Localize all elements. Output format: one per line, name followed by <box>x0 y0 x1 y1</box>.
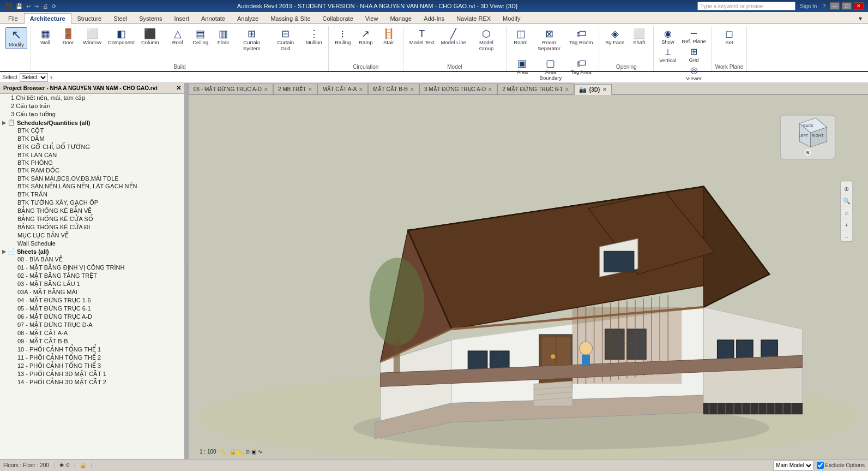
tab-mat-cat-aa[interactable]: MẶT CẮT A-A ✕ <box>317 84 368 94</box>
tab-close-icon[interactable]: ✕ <box>565 87 569 92</box>
exclude-checkbox[interactable] <box>817 462 824 469</box>
mullion-btn[interactable]: ⋮ Mullion <box>303 27 325 47</box>
tab-06-mat-dung[interactable]: 06 - MẶT ĐỨNG TRỤC A-D ✕ <box>189 84 273 94</box>
list-item[interactable]: 04 - MẶT ĐỨNG TRỤC 1-6 <box>0 296 184 305</box>
tab-massing[interactable]: Massing & Site <box>264 13 316 23</box>
list-item[interactable]: 05 - MẶT ĐỨNG TRỤC 6-1 <box>0 305 184 313</box>
list-item[interactable]: 06 - MẶT ĐỨNG TRỤC A-D <box>0 313 184 321</box>
select-dropdown[interactable]: Select Modify Pick <box>20 73 48 82</box>
print-icon[interactable]: 🖨 <box>41 3 49 9</box>
tab-2-mat-dung[interactable]: 2 MẶT ĐỨNG TRỤC 6-1 ✕ <box>497 84 574 94</box>
list-item[interactable]: 10 - PHỐI CẢNH TỔNG THỂ 1 <box>0 345 184 354</box>
list-item[interactable]: MỤC LỤC BẢN VẼ <box>0 231 184 240</box>
tab-systems[interactable]: Systems <box>133 13 168 23</box>
list-item[interactable]: Wall Schedule <box>0 240 184 247</box>
tab-mat-cat-bb[interactable]: MẶT CẮT B-B ✕ <box>368 84 419 94</box>
list-item[interactable]: 13 - PHỐI CẢNH 3D MẶT CẮT 1 <box>0 370 184 378</box>
tab-close-icon[interactable]: ✕ <box>602 87 607 92</box>
list-item[interactable]: BTK RAM DỐC <box>0 166 184 175</box>
undo-icon[interactable]: ↩ <box>25 3 32 9</box>
tab-modify[interactable]: Modify <box>497 13 526 23</box>
search-box[interactable]: Type a keyword or phrase <box>697 2 795 10</box>
tab-extra[interactable]: ▾ <box>853 13 868 23</box>
model-group-btn[interactable]: ⬡ Model Group <box>470 27 503 53</box>
list-item[interactable]: 09 - MẶT CẮT B-B <box>0 337 184 345</box>
tab-structure[interactable]: Structure <box>71 13 108 23</box>
list-item[interactable]: BTK GỠ CHỈ, ĐỔ TƯỜNG <box>0 143 184 151</box>
column-btn[interactable]: ⬛ Column <box>138 27 162 47</box>
viewer-btn[interactable]: ◎ Viewer <box>679 64 708 82</box>
tab-collaborate[interactable]: Collaborate <box>317 13 359 23</box>
floor-btn[interactable]: ▥ Floor <box>213 27 234 47</box>
list-item[interactable]: 02 - MẶT BẰNG TẦNG TRỆT <box>0 272 184 280</box>
list-item[interactable]: BTK SÀN,NỀN,LÀNG NỀN, LÁT GẠCH NỀN <box>0 182 184 190</box>
tab-close-icon[interactable]: ✕ <box>410 87 414 92</box>
list-item[interactable]: 03 - MẶT BẰNG LẦU 1 <box>0 280 184 288</box>
save-icon[interactable]: 💾 <box>15 3 23 9</box>
minimize-btn[interactable]: ─ <box>830 2 840 10</box>
list-item[interactable]: 01 - MẶT BẰNG ĐỊNH VỊ CÔNG TRÌNH <box>0 264 184 272</box>
list-item[interactable]: 12 - PHỐI CẢNH TỔNG THỂ 3 <box>0 362 184 370</box>
model-text-btn[interactable]: T Model Text <box>407 27 437 47</box>
list-item[interactable]: BTK TRẦN <box>0 190 184 199</box>
modify-btn[interactable]: ↖ Modify <box>5 27 27 49</box>
list-item[interactable]: BTK LAN CAN <box>0 151 184 159</box>
stair-btn[interactable]: 🪜 Stair <box>378 27 400 47</box>
room-btn[interactable]: ◫ Room <box>510 27 532 47</box>
help-icon[interactable]: ? <box>821 3 827 9</box>
list-item[interactable]: 3 Cấu tạo tường <box>0 110 184 118</box>
wall-btn[interactable]: ▦ Wall <box>34 27 56 47</box>
revit-logo-icon[interactable]: ⬛ <box>4 3 13 9</box>
tab-steel[interactable]: Steel <box>107 13 133 23</box>
set-btn[interactable]: ◻ Set <box>718 27 740 47</box>
main-model-select[interactable]: Main Model <box>773 461 813 470</box>
grid-btn[interactable]: ⊞ Grid <box>679 45 708 64</box>
close-btn[interactable]: ✕ <box>854 2 864 10</box>
list-item[interactable]: 08 - MẶT CẮT A-A <box>0 329 184 337</box>
pb-section-sheets[interactable]: ▶ 📄 Sheets (all) <box>0 247 184 255</box>
tab-addins[interactable]: Add-Ins <box>418 13 450 23</box>
list-item[interactable]: BẢNG THỐNG KÊ BẢN VẼ <box>0 207 184 215</box>
by-face-btn[interactable]: ◈ By Face <box>602 27 627 47</box>
list-item[interactable]: BTK DẦM <box>0 135 184 143</box>
tab-manage[interactable]: Manage <box>384 13 418 23</box>
area-btn[interactable]: ▣ Area <box>511 57 533 76</box>
tab-close-icon[interactable]: ✕ <box>488 87 492 92</box>
tab-view[interactable]: View <box>359 13 384 23</box>
tab-close-icon[interactable]: ✕ <box>308 87 312 92</box>
tab-annotate[interactable]: Annotate <box>195 13 231 23</box>
sync-icon[interactable]: ⟳ <box>51 3 57 9</box>
ref-plane-btn[interactable]: ─ Ref. Plane <box>679 27 708 45</box>
sign-in-btn[interactable]: Sign In <box>799 3 818 9</box>
list-item[interactable]: 1 Chi tiết nền, mái, tam cấp <box>0 94 184 102</box>
list-item[interactable]: BTK PHÒNG <box>0 159 184 166</box>
pb-content[interactable]: 1 Chi tiết nền, mái, tam cấp 2 Cấu tạo t… <box>0 94 184 459</box>
door-btn[interactable]: 🚪 Door <box>57 27 79 47</box>
curtain-system-btn[interactable]: ⊞ Curtain System <box>236 27 268 53</box>
redo-icon[interactable]: ↪ <box>33 3 40 9</box>
tab-navigate[interactable]: Naviate REX <box>450 13 497 23</box>
list-item[interactable]: BẢNG THỐNG KÊ CỬA ĐI <box>0 223 184 231</box>
tab-2mb-tret[interactable]: 2 MB TRỆT ✕ <box>273 84 317 94</box>
window-btn[interactable]: ⬜ Window <box>80 27 104 47</box>
list-item[interactable]: BTK TƯỜNG XÂY, GẠCH ỐP <box>0 199 184 207</box>
list-item[interactable]: 14 - PHỐI CẢNH 3D MẶT CẮT 2 <box>0 378 184 386</box>
list-item[interactable]: 07 - MẶT ĐỨNG TRỤC D-A <box>0 321 184 329</box>
list-item[interactable]: 00 - BÌA BẢN VẼ <box>0 255 184 264</box>
tab-architecture[interactable]: Architecture <box>24 13 71 24</box>
viewport[interactable]: BACK LEFT RIGHT N ⊕ 🔍 ⌂ + <box>189 95 868 459</box>
ramp-btn[interactable]: ↗ Ramp <box>355 27 377 47</box>
list-item[interactable]: BTK CỘT <box>0 127 184 135</box>
model-line-btn[interactable]: ╱ Model Line <box>438 27 469 47</box>
list-item[interactable]: 2 Cấu tạo trần <box>0 102 184 110</box>
tab-close-icon[interactable]: ✕ <box>264 87 268 92</box>
ceiling-btn[interactable]: ▤ Ceiling <box>190 27 212 47</box>
tab-analyze[interactable]: Analyze <box>231 13 264 23</box>
component-btn[interactable]: ◧ Component <box>105 27 137 47</box>
tab-3d[interactable]: 📷 {3D} ✕ <box>574 84 612 95</box>
pb-close-btn[interactable]: ✕ <box>176 85 181 92</box>
tab-3-mat-dung[interactable]: 3 MẶT ĐỨNG TRỤC A-D ✕ <box>419 84 497 94</box>
tab-close-icon[interactable]: ✕ <box>359 87 363 92</box>
exclude-options-checkbox[interactable]: Exclude Options <box>817 462 865 469</box>
area-boundary-btn[interactable]: ▢ Area Boundary <box>534 57 567 83</box>
